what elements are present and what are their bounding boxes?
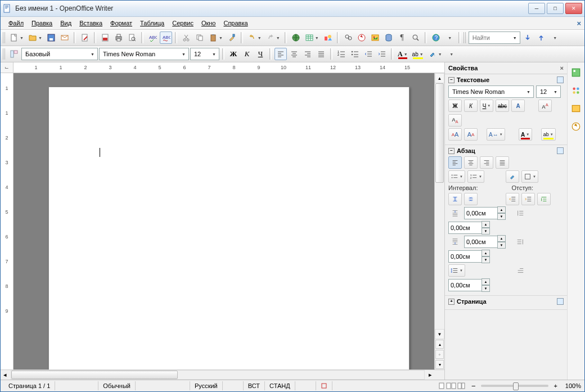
document-close-icon[interactable]: × (577, 19, 581, 28)
hscroll-thumb[interactable] (11, 371, 178, 379)
indent-left-input[interactable]: ▲▼ (448, 222, 490, 234)
find-next-button[interactable] (521, 31, 534, 44)
preview-button[interactable] (126, 31, 138, 44)
status-signature[interactable] (316, 381, 332, 390)
find-combo[interactable]: ▼ (469, 31, 520, 44)
side-shadow-button[interactable]: A (511, 100, 525, 112)
toolbar-more-2[interactable]: ▼ (445, 48, 457, 60)
menu-tools[interactable]: Сервис (169, 19, 197, 28)
redo-button[interactable]: ▼ (264, 31, 282, 44)
show-draw-button[interactable] (322, 31, 334, 44)
collapse-icon-2[interactable]: − (448, 148, 454, 154)
whatsthis-button[interactable]: ▼ (443, 31, 456, 44)
ruler-corner[interactable]: ⌙ (1, 62, 14, 73)
hyperlink-button[interactable] (290, 31, 302, 44)
indent-first-input[interactable]: ▲▼ (448, 279, 490, 291)
side-strike-button[interactable]: abc (496, 100, 509, 112)
increase-indent-button[interactable] (376, 48, 388, 60)
export-pdf-button[interactable] (99, 31, 111, 44)
zoom-button[interactable] (410, 31, 422, 44)
section-options-icon-2[interactable] (557, 147, 564, 154)
toolbar-more[interactable]: ▼ (548, 31, 561, 44)
sidebar-close-icon[interactable]: × (560, 65, 564, 71)
spacing-below-input[interactable]: ▲▼ (464, 236, 506, 248)
align-center-button[interactable] (288, 48, 300, 60)
nav-button[interactable]: ◦ (435, 350, 444, 359)
menu-help[interactable]: Справка (220, 19, 251, 28)
menu-edit[interactable]: Правка (28, 19, 56, 28)
font-color-button[interactable]: A▼ (396, 48, 410, 60)
expand-icon[interactable]: + (448, 299, 454, 305)
indent-decrease-button[interactable] (506, 193, 519, 205)
zoom-slider[interactable] (481, 385, 548, 387)
find-input[interactable] (471, 34, 511, 42)
side-font-combo[interactable]: ▼ (448, 85, 534, 98)
close-button[interactable]: ✕ (565, 3, 582, 14)
side-highlight-button[interactable]: ab▼ (541, 128, 556, 141)
underline-button[interactable]: Ч (254, 48, 267, 60)
section-options-icon[interactable] (557, 76, 564, 83)
navigator-button[interactable] (356, 31, 368, 44)
menu-view[interactable]: Вид (57, 19, 75, 28)
scroll-up-button[interactable]: ▲ (435, 73, 444, 83)
cut-button[interactable] (180, 31, 192, 44)
paragraph-style-input[interactable] (24, 50, 89, 58)
copy-button[interactable] (194, 31, 206, 44)
side-char-spacing-button[interactable]: A↔▼ (487, 128, 505, 141)
print-button[interactable] (112, 31, 125, 44)
help-button[interactable]: ? (430, 31, 442, 44)
find-replace-button[interactable] (342, 31, 354, 44)
vertical-scrollbar[interactable]: ▲ ▼ ▴ ◦ ▾ (434, 73, 444, 370)
prev-page-button[interactable]: ▴ (435, 340, 444, 349)
bold-button[interactable]: Ж (227, 48, 240, 60)
side-bg-color-button[interactable] (506, 170, 519, 183)
menu-file[interactable]: Файл (5, 19, 27, 28)
side-align-justify[interactable] (496, 156, 509, 169)
sidebar-tab-gallery[interactable] (569, 102, 583, 115)
numbered-list-button[interactable]: 12 (335, 48, 348, 60)
font-name-combo[interactable]: ▼ (99, 48, 189, 60)
toolbar-grip-2[interactable] (464, 32, 466, 43)
background-color-button[interactable]: ▼ (426, 48, 444, 60)
line-spacing-button[interactable]: ▼ (448, 264, 465, 277)
side-numbering-button[interactable]: 12▼ (467, 170, 484, 183)
align-left-button[interactable] (274, 48, 287, 60)
nonprinting-button[interactable]: ¶ (396, 31, 408, 44)
side-font-color-button[interactable]: A▼ (519, 128, 532, 141)
align-right-button[interactable] (302, 48, 314, 60)
sidebar-tab-styles[interactable] (569, 84, 583, 97)
menu-format[interactable]: Формат (107, 19, 136, 28)
indent-right-input[interactable]: ▲▼ (448, 250, 490, 263)
horizontal-ruler[interactable]: ⌙ 1123456789101112131415 (1, 62, 444, 73)
find-prev-button[interactable] (535, 31, 547, 44)
side-subscript-button[interactable]: AA (448, 114, 462, 127)
collapse-icon[interactable]: − (448, 77, 454, 83)
vertical-ruler[interactable]: 1123456789 (1, 73, 14, 370)
page[interactable] (48, 87, 410, 370)
format-paintbrush-button[interactable] (226, 31, 238, 44)
next-page-button[interactable]: ▾ (435, 360, 444, 369)
italic-button[interactable]: К (241, 48, 253, 60)
align-justify-button[interactable] (315, 48, 327, 60)
status-style[interactable]: Обычный (98, 381, 136, 390)
side-bullets-button[interactable]: ▼ (448, 170, 465, 183)
maximize-button[interactable]: □ (547, 3, 564, 14)
gallery-button[interactable] (369, 31, 381, 44)
font-size-input[interactable] (193, 50, 210, 58)
menu-table[interactable]: Таблица (137, 19, 168, 28)
paragraph-style-combo[interactable]: ▼ (21, 48, 98, 60)
zoom-in-button[interactable]: + (552, 382, 560, 389)
sidebar-tab-properties[interactable] (569, 66, 583, 79)
new-button[interactable]: ▼ (8, 31, 25, 44)
indent-increase-button[interactable] (521, 193, 535, 205)
side-align-right[interactable] (480, 156, 493, 169)
font-size-combo[interactable]: ▼ (190, 48, 219, 60)
datasources-button[interactable] (382, 31, 395, 44)
horizontal-scrollbar[interactable]: ◂ ▸ (1, 370, 444, 380)
save-button[interactable] (45, 31, 57, 44)
bullet-list-button[interactable] (349, 48, 361, 60)
menu-insert[interactable]: Вставка (76, 19, 106, 28)
spacing-increase-button[interactable] (448, 193, 462, 205)
styles-button[interactable] (8, 48, 20, 60)
side-superscript-button[interactable]: AA (538, 100, 552, 112)
